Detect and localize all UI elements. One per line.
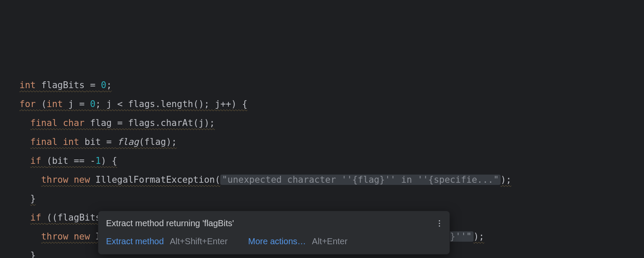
popup-title: Extract method returning 'flagBits' [106, 217, 234, 229]
code-token: j [68, 99, 74, 109]
code-line[interactable]: final char flag = flags.charAt(j); [9, 114, 644, 132]
code-token: 1 [95, 156, 101, 166]
code-token: } [30, 250, 36, 258]
code-token: "unexpected character ''{flag}'' in ''{s… [220, 175, 501, 185]
code-token: 0 [90, 99, 96, 109]
code-token: IllegalFormatException( [95, 175, 220, 185]
code-token: flag [117, 137, 139, 147]
code-token: flagBits [58, 212, 101, 223]
more-actions-link[interactable]: More actions… [248, 235, 306, 247]
code-token: = flags.charAt(j); [112, 118, 215, 128]
code-token: ( [41, 99, 47, 109]
code-token: flag [90, 118, 112, 128]
code-token: if [30, 156, 47, 166]
popup-actions: Extract method Alt+Shift+Enter More acti… [106, 235, 442, 247]
extract-method-shortcut: Alt+Shift+Enter [170, 235, 228, 247]
code-token: = [85, 80, 101, 90]
code-token: int [47, 99, 69, 109]
intention-popup: Extract method returning 'flagBits' Extr… [98, 211, 450, 255]
code-token: } [30, 194, 36, 204]
code-token: final char [30, 118, 90, 128]
code-token: if [30, 212, 47, 223]
more-actions-action[interactable]: More actions… Alt+Enter [248, 235, 347, 247]
code-line[interactable]: } [9, 189, 644, 208]
more-options-icon[interactable] [437, 218, 442, 228]
code-token: int [19, 80, 41, 90]
code-line[interactable]: if (bit == -1) { [9, 151, 644, 170]
code-token: throw new [41, 231, 95, 242]
code-token: = [101, 137, 117, 147]
extract-method-action[interactable]: Extract method Alt+Shift+Enter [106, 235, 228, 247]
code-token: ) { [101, 156, 117, 166]
code-token: ); [501, 175, 511, 185]
code-token: (flag); [139, 137, 177, 147]
code-line[interactable]: throw new IllegalFormatException("unexpe… [9, 170, 644, 189]
code-token: ; [106, 80, 112, 90]
code-token: ); [474, 231, 484, 242]
code-token: ; j < flags.length(); j++) { [95, 99, 247, 109]
popup-header: Extract method returning 'flagBits' [106, 217, 442, 229]
code-token: 0 [101, 80, 106, 90]
code-token: bit [85, 137, 101, 147]
code-line[interactable]: for (int j = 0; j < flags.length(); j++)… [9, 95, 644, 114]
code-token: (bit == - [47, 156, 96, 166]
code-token: flagBits [41, 80, 85, 90]
code-line[interactable]: int flagBits = 0; [9, 76, 644, 95]
code-token: for [19, 99, 41, 109]
extract-method-link[interactable]: Extract method [106, 235, 164, 247]
more-actions-shortcut: Alt+Enter [312, 235, 348, 247]
code-token: = [74, 99, 90, 109]
code-line[interactable]: final int bit = flag(flag); [9, 132, 644, 151]
code-token: (( [47, 212, 58, 223]
code-token: final int [30, 137, 85, 147]
code-token: throw new [41, 175, 95, 185]
